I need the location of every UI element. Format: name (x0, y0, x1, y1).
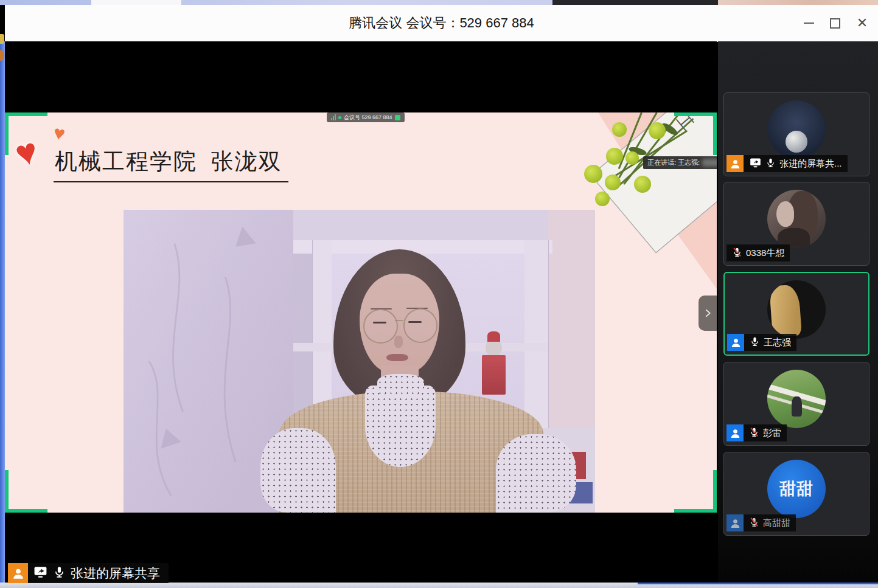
participant-name: 高甜甜 (763, 517, 790, 529)
webcam-video (124, 210, 595, 513)
mic-muted-icon (732, 247, 742, 260)
flower (612, 122, 627, 137)
avatar-initials: 甜甜 (779, 478, 814, 500)
background-tab (91, 0, 181, 5)
maximize-button[interactable] (824, 12, 846, 34)
participant-name: 张进的屏幕共... (779, 158, 842, 170)
host-badge-icon (726, 155, 744, 172)
avatar-figure (776, 201, 794, 227)
speaking-toast: 正在讲话: 王志强: (643, 156, 717, 169)
avatar-figure (786, 131, 807, 153)
shared-screen: 工 ♥ ♥ 机械工程学院 张泷双 (5, 112, 717, 513)
flower (649, 122, 666, 139)
member-badge-icon (727, 334, 744, 351)
share-banner-label: 张进的屏幕共享 (71, 565, 160, 582)
participant-name: 王志强 (764, 337, 791, 348)
participant-name: 0338牛想 (746, 247, 784, 259)
participant-label: 张进的屏幕共... (726, 155, 848, 172)
participant-tile[interactable]: 彭雷 (723, 362, 869, 446)
participant-tile[interactable]: 甜甜 高甜甜 (723, 452, 869, 536)
signal-icon (331, 114, 336, 120)
participant-label-bar: 0338牛想 (726, 244, 790, 261)
close-button[interactable]: ✕ (851, 12, 873, 34)
avatar (767, 100, 826, 159)
meeting-number-text: 会议号 529 667 884 (344, 114, 392, 122)
share-region-corner (674, 470, 717, 513)
avatar (767, 370, 826, 428)
background-window-border (638, 583, 878, 584)
status-dot-icon (338, 116, 341, 119)
mic-on-icon (53, 566, 66, 581)
participant-label: 高甜甜 (726, 514, 796, 531)
share-banner: 张进的屏幕共享 (8, 563, 169, 583)
participant-label: 0338牛想 (726, 244, 790, 261)
participant-label: 彭雷 (726, 424, 787, 441)
window-title: 腾讯会议 会议号：529 667 884 (349, 14, 534, 32)
share-banner-bar: 张进的屏幕共享 (28, 563, 169, 583)
participant-label-bar: 张进的屏幕共... (744, 155, 848, 172)
participant-tile[interactable]: 张进的屏幕共... (723, 92, 869, 176)
desktop-icon-fragment (0, 34, 4, 44)
background-window-edge (0, 41, 5, 583)
participant-label-bar: 王志强 (744, 334, 796, 351)
chevron-right-icon (702, 308, 713, 319)
member-badge-icon (726, 424, 744, 441)
heart-decoration: ♥ (52, 123, 66, 144)
participant-label-bar: 高甜甜 (744, 514, 796, 531)
participant-label-bar: 彭雷 (744, 424, 787, 441)
flower (606, 148, 623, 165)
mic-muted-icon (749, 517, 759, 530)
participants-sidebar: 张进的屏幕共... 0338牛想 (718, 41, 878, 583)
share-region-corner (674, 112, 717, 155)
main-stage: 工 ♥ ♥ 机械工程学院 张泷双 (5, 41, 717, 583)
collapse-sidebar-button[interactable] (699, 296, 717, 331)
avatar-figure (792, 396, 801, 417)
screen-share-icon (33, 564, 48, 582)
share-region-corner (5, 112, 47, 155)
background-photo-strip (718, 0, 878, 5)
speaking-toast-text: 正在讲话: 王志强: (647, 158, 700, 167)
participant-tile-active[interactable]: 王志强 (723, 272, 869, 356)
scene-tint-overlay (124, 210, 595, 513)
blurred-name (702, 159, 717, 167)
avatar: 甜甜 (767, 460, 826, 518)
member-badge-icon (726, 514, 744, 531)
participant-name: 彭雷 (763, 427, 781, 439)
mic-muted-icon (749, 427, 759, 440)
flower (634, 176, 651, 193)
maximize-icon (830, 18, 840, 29)
titlebar: 腾讯会议 会议号：529 667 884 ✕ (5, 5, 878, 42)
screen-share-icon (749, 156, 762, 171)
meeting-number-pill[interactable]: 会议号 529 667 884 (327, 112, 405, 122)
participant-tile[interactable]: 0338牛想 (723, 182, 869, 266)
share-region-corner (5, 470, 47, 513)
slide-title: 机械工程学院 张泷双 (54, 147, 288, 182)
app-icon (395, 115, 400, 120)
minimize-icon (804, 22, 814, 24)
host-badge-icon (8, 563, 28, 583)
flower (595, 192, 610, 206)
participant-label: 王志强 (727, 334, 796, 351)
flower (605, 175, 621, 190)
minimize-button[interactable] (798, 12, 820, 34)
background-window-strip (0, 0, 878, 5)
avatar-figure (769, 284, 802, 337)
flower (584, 165, 602, 183)
background-dark-strip (552, 0, 718, 5)
flower (625, 151, 639, 165)
close-icon: ✕ (857, 16, 868, 30)
mic-on-icon (765, 157, 776, 170)
avatar (767, 280, 826, 339)
avatar (767, 190, 826, 248)
mic-on-icon (750, 336, 760, 349)
